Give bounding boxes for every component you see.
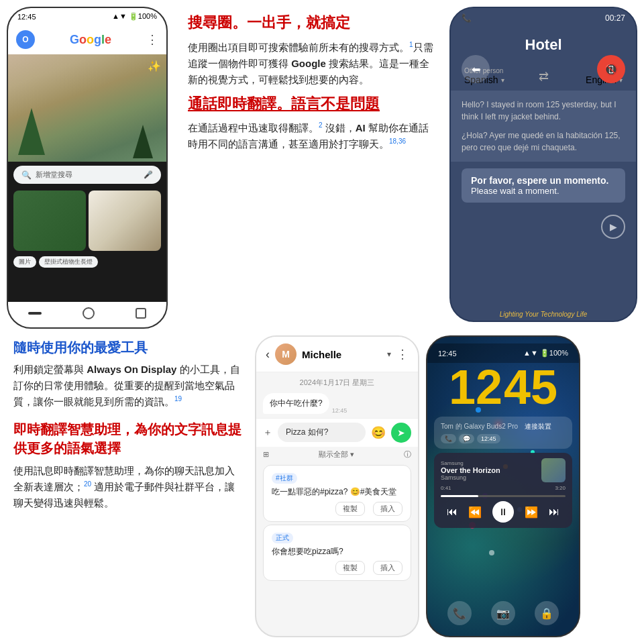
time-display: 12 45 — [427, 363, 579, 411]
phone-call-icon[interactable]: 📞 — [447, 601, 472, 625]
sug-insert-2[interactable]: 插入 — [373, 561, 402, 575]
forward-icon[interactable]: ⏩ — [525, 506, 538, 519]
translation-sub: Please wait a moment. — [471, 186, 616, 196]
transcript-area: Hello? I stayed in room 125 yesterday, b… — [451, 91, 636, 162]
section2-body: 在通話過程中迅速取得翻譯。2 沒錯，AI 幫助你在通話時用不同的語言溝通，甚至適… — [188, 120, 436, 152]
status-time: 12:45 — [17, 13, 36, 21]
play-button[interactable]: ▶ — [601, 215, 625, 239]
prev-track-icon[interactable]: ⏮ — [447, 506, 458, 518]
google-logo: Google — [40, 33, 141, 47]
time-end: 3:20 — [555, 485, 566, 491]
sug-copy-1[interactable]: 複製 — [335, 502, 365, 516]
send-button[interactable]: ➤ — [391, 423, 411, 443]
chat-avatar: M — [275, 343, 297, 365]
transcript-spanish: ¿Hola? Ayer me quedé en la habitación 12… — [462, 129, 625, 154]
mic-icon: 🎤 — [144, 170, 153, 179]
play-pause-button[interactable]: ⏸ — [492, 501, 514, 523]
chat-back-arrow[interactable]: ‹ — [266, 347, 270, 362]
camera-icon[interactable]: 📷 — [491, 601, 515, 625]
music-header: Samsung Over the Horizon Samsung — [441, 458, 566, 482]
translation-main: Por favor, espere un momento. — [471, 175, 616, 186]
music-progress-fill — [441, 495, 478, 497]
bottom-section1-body: 利用鎖定螢幕與 Always On Display 的小工具，自訂你的日常使用體… — [13, 362, 241, 410]
sug-actions-1: 複製 插入 — [272, 502, 402, 516]
section1-body: 使用圈出項目即可搜索體驗前所未有的搜尋方式。1只需追蹤一個物件即可獲得 Goog… — [188, 40, 436, 88]
message-received: 你中午吃什麼? — [263, 393, 329, 414]
section1-title: 搜尋圈。一出手，就搞定 — [188, 13, 436, 33]
back-button[interactable]: ⬅ — [462, 55, 490, 83]
chevron-down-icon: ▾ — [350, 450, 354, 458]
chat-contact-name: Michelle — [302, 349, 382, 360]
music-title: Over the Horizon — [441, 466, 500, 474]
search-bar[interactable]: 🔍 新增堂搜尋 🎤 — [13, 166, 161, 184]
more-icon[interactable]: ⋮ — [146, 32, 158, 47]
exchange-icon[interactable]: ⇄ — [539, 67, 549, 85]
label-bar: 圖片 壁掛式植物生長燈 — [8, 254, 166, 270]
time-start: 0:41 — [441, 485, 451, 491]
message-time: 12:45 — [332, 407, 347, 414]
bottom-section1-title: 隨時使用你的最愛工具 — [13, 339, 241, 356]
lock-notifications: Tom 的 Galaxy Buds2 Pro 連接裝置 📞 💬 12:45 — [434, 417, 572, 449]
label-chip-1: 圖片 — [13, 256, 36, 268]
chat-more-icon[interactable]: ⋮ — [396, 347, 409, 362]
status-icons: ▲▼ 🔋100% — [112, 12, 157, 21]
section2-title: 通話即時翻譯。語言不是問題 — [188, 95, 436, 114]
sug-insert-1[interactable]: 插入 — [373, 502, 402, 516]
music-time-labels: 0:41 3:20 — [441, 485, 566, 491]
time-hours: 12 — [449, 363, 502, 411]
transcript-english: Hello? I stayed in room 125 yesterday, b… — [462, 99, 625, 123]
chat-input-field[interactable]: Pizza 如何? — [278, 423, 366, 442]
sug-copy-2[interactable]: 複製 — [335, 561, 365, 575]
rewind-icon[interactable]: ⏪ — [468, 506, 482, 519]
next-track-icon[interactable]: ⏭ — [549, 506, 559, 518]
dropdown-chevron: ▾ — [387, 350, 391, 359]
highlighted-translation: Por favor, espere un momento. Please wai… — [462, 168, 625, 203]
lock-status-icons: ▲▼ 🔋100% — [523, 349, 568, 358]
badge-1: 📞 — [441, 434, 456, 443]
bottom-section2-title: 即時翻譯智慧助理，為你的文字訊息提供更多的語氣選擇 — [13, 420, 241, 458]
expand-left-icon: ⊞ — [263, 450, 269, 459]
hero-image: ✨ — [8, 54, 166, 162]
chat-input-row: ＋ Pizza 如何? 😊 ➤ — [256, 418, 418, 447]
call-name: Hotel — [462, 36, 625, 54]
end-call-button[interactable]: 📵 — [597, 55, 625, 83]
lockscreen-content: 12:45 ▲▼ 🔋100% 12 45 Tom 的 Galaxy Buds2 … — [427, 337, 579, 539]
bottom-images — [8, 188, 166, 254]
search-icon: 🔍 — [21, 170, 32, 180]
call-status-bar: 📞 00:27 — [451, 8, 636, 28]
music-player: Samsung Over the Horizon Samsung 0:41 3:… — [434, 453, 572, 528]
music-brand: Samsung — [441, 460, 500, 466]
nav-home[interactable] — [83, 307, 95, 319]
time-minutes: 45 — [504, 363, 557, 411]
expand-icon[interactable]: ＋ — [263, 427, 272, 439]
watermark: Lighting Your Technology Life — [451, 311, 636, 318]
badge-2: 💬 — [459, 434, 474, 443]
thumb-pot — [89, 191, 161, 251]
emoji-icon[interactable]: 😊 — [371, 425, 386, 440]
end-call-icon: 📵 — [604, 63, 618, 76]
show-all-link[interactable]: 顯示全部 ▾ — [319, 449, 354, 460]
google-bar: O Google ⋮ — [8, 25, 166, 54]
search-text: 新增堂搜尋 — [36, 170, 72, 180]
notif-text: 連接裝置 — [525, 422, 551, 431]
suggestion-card-2: 正式 你會想要吃pizza嗎? 複製 插入 — [263, 525, 411, 582]
sug-text-1: 吃一點罪惡的#pizza? 😊#美食天堂 — [272, 486, 402, 498]
dropdown-arrow-spanish[interactable]: ▾ — [501, 76, 504, 84]
lock-icon[interactable]: 🔒 — [535, 601, 559, 625]
back-icon: ⬅ — [472, 63, 480, 76]
music-progress-bar[interactable] — [441, 495, 566, 497]
notification-badges: 📞 💬 12:45 — [441, 434, 566, 443]
bottom-section2-body: 使用訊息即時翻譯智慧助理，為你的聊天訊息加入全新表達層次；20 適用於電子郵件與… — [13, 463, 241, 511]
badge-3: 12:45 — [477, 434, 500, 443]
label-chip-2: 壁掛式植物生長燈 — [39, 256, 98, 268]
play-icon: ⏸ — [498, 506, 508, 517]
lock-time: 12:45 — [438, 350, 457, 358]
music-sub: Samsung — [441, 474, 500, 481]
chat-header: ‹ M Michelle ▾ ⋮ — [256, 337, 418, 372]
nav-recents[interactable] — [136, 308, 146, 319]
nav-back[interactable] — [28, 312, 42, 315]
suggestion-card-1: #社群 吃一點罪惡的#pizza? 😊#美食天堂 複製 插入 — [263, 465, 411, 522]
sug-text-2: 你會想要吃pizza嗎? — [272, 546, 402, 557]
sug-tag-1: #社群 — [272, 473, 297, 484]
phone-chat: ‹ M Michelle ▾ ⋮ 2024年1月17日 星期三 你中午吃什麼? … — [255, 335, 419, 637]
